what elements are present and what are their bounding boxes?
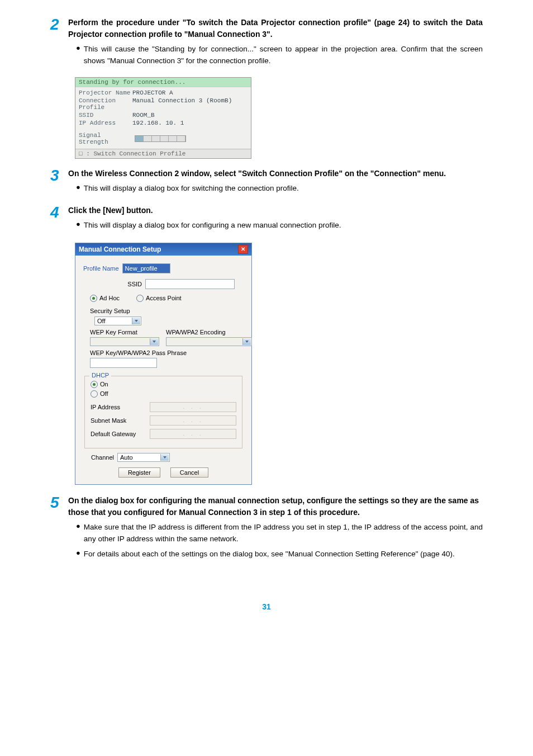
- bullet-icon: ●: [76, 220, 80, 231]
- pass-phrase-label: WEP Key/WPA/WPA2 Pass Phrase: [90, 349, 244, 356]
- wpa-encoding-label: WPA/WPA2 Encoding: [166, 329, 252, 336]
- profile-name-label: Profile Name: [83, 265, 119, 272]
- ssid-input[interactable]: [145, 279, 235, 289]
- bullet-icon: ●: [76, 549, 80, 560]
- step-3-bullet: ● This will display a dialog box for swi…: [76, 183, 483, 195]
- bullet-icon: ●: [76, 522, 80, 545]
- radio-on-icon: [91, 381, 98, 388]
- step-5-bullet-1: ● Make sure that the IP address is diffe…: [76, 522, 483, 545]
- channel-label: Channel: [91, 454, 114, 461]
- dhcp-group: DHCP On Off IP Address: [84, 376, 242, 448]
- close-icon[interactable]: ✕: [238, 245, 248, 254]
- proj-title: Standing by for connection...: [75, 78, 251, 87]
- ip-address-input[interactable]: ...: [150, 402, 236, 412]
- step-2: 2 Perform the procedure under "To switch…: [50, 17, 483, 70]
- register-button[interactable]: Register: [118, 467, 160, 478]
- wep-key-format-label: WEP Key Format: [90, 329, 159, 336]
- step-number-4: 4: [50, 205, 68, 235]
- radio-off-icon: [136, 295, 144, 302]
- wep-key-format-select[interactable]: [90, 337, 159, 346]
- step-4: 4 Click the [New] button. ● This will di…: [50, 205, 483, 235]
- bullet-icon: ●: [76, 183, 80, 195]
- step-5-bullet-2: ● For details about each of the settings…: [76, 549, 483, 560]
- dhcp-on-radio[interactable]: On: [91, 381, 236, 388]
- step-4-heading: Click the [New] button.: [68, 205, 483, 216]
- security-setup-label: Security Setup: [90, 308, 244, 314]
- radio-off-icon: [91, 390, 98, 398]
- dialog-title: Manual Connection Setup: [79, 245, 161, 253]
- projector-standby-screenshot: Standing by for connection... Projector …: [75, 77, 251, 159]
- ssid-label: SSID: [83, 281, 145, 287]
- default-gateway-label: Default Gateway: [91, 431, 150, 437]
- manual-connection-setup-dialog: Manual Connection Setup ✕ Profile Name N…: [75, 243, 252, 485]
- step-number-5: 5: [50, 495, 68, 564]
- bullet-icon: ●: [76, 44, 80, 67]
- dhcp-label: DHCP: [89, 372, 111, 379]
- page-number: 31: [50, 602, 483, 611]
- ip-address-label: IP Address: [91, 404, 150, 410]
- step-3-heading: On the Wireless Connection 2 window, sel…: [68, 168, 483, 179]
- step-5-heading: On the dialog box for configuring the ma…: [68, 495, 483, 518]
- security-setup-select[interactable]: Off: [94, 316, 141, 325]
- step-5: 5 On the dialog box for configuring the …: [50, 495, 483, 564]
- channel-select[interactable]: Auto: [117, 453, 170, 462]
- step-2-heading: Perform the procedure under "To switch t…: [68, 17, 483, 40]
- step-number-2: 2: [50, 17, 68, 70]
- dhcp-off-radio[interactable]: Off: [91, 390, 236, 398]
- profile-name-input[interactable]: New_profile: [122, 263, 170, 273]
- radio-on-icon: [90, 295, 97, 302]
- adhoc-radio[interactable]: Ad Hoc: [90, 295, 120, 302]
- step-4-bullet: ● This will display a dialog box for con…: [76, 220, 483, 231]
- proj-footer: □ : Switch Connection Profile: [75, 149, 251, 158]
- step-3: 3 On the Wireless Connection 2 window, s…: [50, 168, 483, 198]
- proj-signal-label: Signal Strength: [79, 132, 132, 145]
- step-number-3: 3: [50, 168, 68, 198]
- signal-strength-indicator: [135, 135, 186, 142]
- wpa-encoding-select[interactable]: [166, 337, 252, 346]
- cancel-button[interactable]: Cancel: [170, 467, 208, 478]
- subnet-mask-label: Subnet Mask: [91, 417, 150, 424]
- step-2-bullet: ● This will cause the "Standing by for c…: [76, 44, 483, 67]
- access-point-radio[interactable]: Access Point: [136, 295, 182, 302]
- subnet-mask-input[interactable]: ...: [150, 415, 236, 426]
- pass-phrase-input[interactable]: [90, 358, 157, 368]
- default-gateway-input[interactable]: ...: [150, 429, 236, 439]
